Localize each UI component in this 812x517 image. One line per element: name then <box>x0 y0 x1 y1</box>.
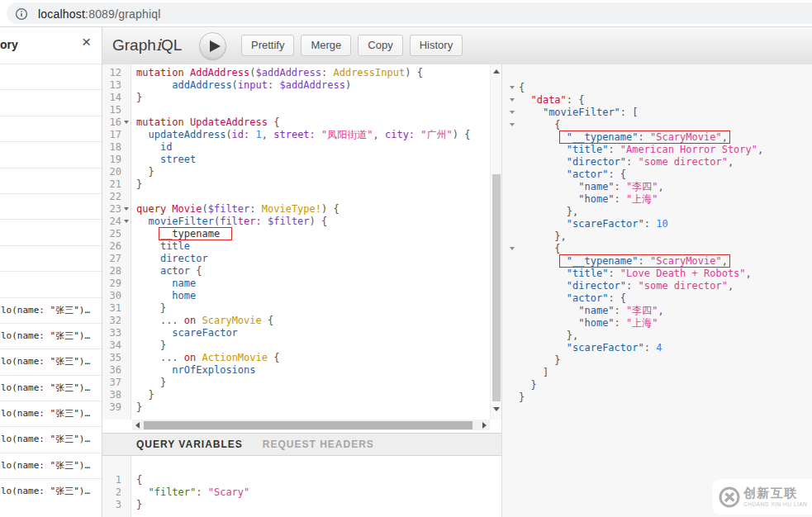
history-empty-row <box>0 64 102 89</box>
fold-arrow-icon[interactable] <box>121 216 131 228</box>
execute-button[interactable] <box>199 32 226 59</box>
history-item[interactable]: lo(name: "张三")… <box>0 401 102 426</box>
fold-arrow-icon[interactable] <box>121 203 131 216</box>
toolbar-button-merge[interactable]: Merge <box>301 35 351 56</box>
tab-query-variables[interactable]: QUERY VARIABLES <box>136 439 243 450</box>
code-line: }, <box>502 330 812 342</box>
code-line: "name": "李四", <box>502 181 812 193</box>
fold-arrow-icon[interactable] <box>507 243 519 255</box>
code-line: "movieFilter": [ <box>502 107 812 119</box>
code-line: 32 ... on ScaryMovie { <box>102 315 490 327</box>
query-editor[interactable]: 12mutation AddAddress($addAddress: Addre… <box>102 64 490 420</box>
history-sidebar: ory × lo(name: "张三")…lo(name: "张三")…lo(n… <box>0 27 102 517</box>
code-line: 2 "filter": "Scary" <box>102 486 490 499</box>
history-empty-row <box>0 271 102 296</box>
history-empty-row <box>0 193 102 219</box>
code-line: "director": "some director", <box>502 156 812 168</box>
toolbar-button-prettify[interactable]: Prettify <box>241 35 294 56</box>
browser-address-bar: localhost:8089/graphiql <box>0 0 812 27</box>
close-icon[interactable]: × <box>82 34 91 50</box>
code-line: "__typename": "ScaryMovie", <box>502 131 812 144</box>
code-line: 21} <box>102 178 490 191</box>
code-line: "scareFactor": 10 <box>502 218 812 230</box>
editor-horizontal-scrollbar[interactable] <box>132 420 490 430</box>
code-line: 3} <box>102 499 490 511</box>
code-line: "title": "Love Death + Robots", <box>502 268 812 280</box>
result-panel: { "data": { "movieFilter": [ { "__typena… <box>501 64 812 517</box>
history-list: lo(name: "张三")…lo(name: "张三")…lo(name: "… <box>0 64 102 505</box>
code-line: 31 } <box>102 302 490 315</box>
code-line: 20 } <box>102 166 490 178</box>
variables-tabs: QUERY VARIABLESREQUEST HEADERS <box>102 434 501 455</box>
toolbar-buttons: PrettifyMergeCopyHistory <box>241 35 463 56</box>
scroll-down-icon[interactable] <box>493 407 500 411</box>
url-field[interactable]: localhost:8089/graphiql <box>7 2 812 24</box>
code-line: 30 home <box>102 290 490 302</box>
code-line: 36 nrOfExplosions <box>102 364 490 377</box>
code-line: "data": { <box>502 94 812 107</box>
history-item[interactable]: lo(name: "张三")… <box>0 349 102 374</box>
main-area: GraphiQL PrettifyMergeCopyHistory 12muta… <box>102 27 812 517</box>
history-header: ory × <box>0 27 102 64</box>
history-item[interactable]: lo(name: "张三")… <box>0 453 102 478</box>
scroll-right-icon[interactable] <box>482 422 487 429</box>
variables-editor[interactable]: 1{2 "filter": "Scary"3} <box>102 456 490 517</box>
toolbar-button-history[interactable]: History <box>410 35 463 56</box>
annotation-box: __typename <box>159 228 231 240</box>
scroll-up-icon[interactable] <box>493 69 500 74</box>
code-line: 25 __typename <box>102 228 490 240</box>
code-line: "scareFactor": 4 <box>502 342 812 354</box>
code-line: 19 street <box>102 154 490 166</box>
code-line: { <box>502 82 812 94</box>
scroll-left-icon[interactable] <box>135 422 140 429</box>
screen: localhost:8089/graphiql ory × lo(name: "… <box>0 0 812 517</box>
url-host: localhost <box>38 7 85 21</box>
history-item[interactable]: lo(name: "张三")… <box>0 478 102 504</box>
code-line: 1{ <box>102 474 490 486</box>
code-line: "home": "上海" <box>502 317 812 330</box>
editor-vertical-scrollbar[interactable] <box>490 64 501 420</box>
code-line: 37 } <box>102 377 490 389</box>
variables-header: QUERY VARIABLESREQUEST HEADERS <box>102 433 501 456</box>
history-empty-row <box>0 219 102 244</box>
annotation-box: "__typename": "ScaryMovie", <box>560 255 729 267</box>
horizontal-scrollbar-thumb[interactable] <box>144 421 472 429</box>
tab-request-headers[interactable]: REQUEST HEADERS <box>263 439 374 450</box>
watermark-subtitle: CHUANG XIN HU LIAN <box>743 501 807 507</box>
play-icon <box>210 40 221 52</box>
fold-arrow-icon[interactable] <box>507 107 519 119</box>
code-line: 24 movieFilter(filter: $filter) { <box>102 216 490 228</box>
code-line: "title": "American Horror Story", <box>502 144 812 156</box>
graphiql-app: ory × lo(name: "张三")…lo(name: "张三")…lo(n… <box>0 27 812 517</box>
history-empty-row <box>0 168 102 193</box>
toolbar-button-copy[interactable]: Copy <box>358 35 402 56</box>
history-empty-row <box>0 141 102 167</box>
code-line: "actor": { <box>502 168 812 181</box>
code-line: 29 name <box>102 277 490 290</box>
code-line: 35 ... on ActionMovie { <box>102 352 490 364</box>
code-line: 13 addAddress(input: $addAddress) <box>102 79 490 92</box>
code-line: "director": "some director", <box>502 280 812 292</box>
code-line: 12mutation AddAddress($addAddress: Addre… <box>102 67 490 79</box>
vertical-scrollbar-thumb[interactable] <box>492 174 501 401</box>
fold-arrow-icon[interactable] <box>507 82 519 94</box>
watermark-title: 创新互联 <box>743 486 798 501</box>
result-lines: { "data": { "movieFilter": [ { "__typena… <box>502 64 812 404</box>
code-line: 16mutation UpdateAddress { <box>102 116 490 129</box>
code-line: ] <box>502 367 812 379</box>
history-item[interactable]: lo(name: "张三")… <box>0 375 102 401</box>
url-path: :8089/graphiql <box>85 7 161 21</box>
graphiql-logo: GraphiQL <box>112 36 182 55</box>
code-line: 27 director <box>102 253 490 265</box>
history-title: ory <box>0 38 18 51</box>
history-item[interactable]: lo(name: "张三")… <box>0 323 102 349</box>
history-item[interactable]: lo(name: "张三")… <box>0 297 102 323</box>
history-item[interactable]: lo(name: "张三")… <box>0 426 102 452</box>
fold-arrow-icon[interactable] <box>507 119 519 131</box>
info-icon[interactable] <box>15 7 28 21</box>
fold-arrow-icon[interactable] <box>507 94 519 107</box>
code-line: 33 scareFactor <box>102 327 490 339</box>
code-line: 17 updateAddress(id: 1, street: "凤阳街道", … <box>102 129 490 141</box>
fold-arrow-icon[interactable] <box>121 116 131 129</box>
code-line: 18 id <box>102 141 490 154</box>
